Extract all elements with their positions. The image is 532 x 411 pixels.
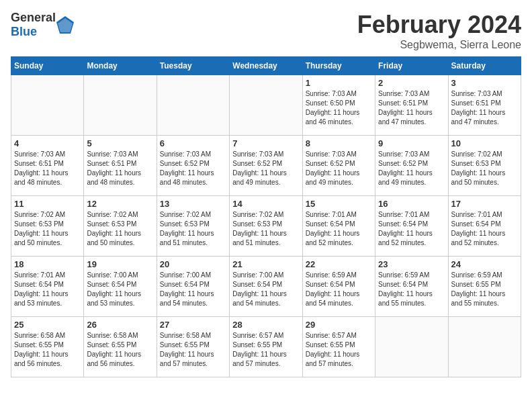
day-info: Sunrise: 7:00 AMSunset: 6:54 PMDaylight:…	[232, 271, 299, 308]
calendar-cell: 23Sunrise: 6:59 AMSunset: 6:54 PMDayligh…	[375, 257, 448, 317]
day-number: 11	[14, 199, 81, 209]
week-row-4: 18Sunrise: 7:01 AMSunset: 6:54 PMDayligh…	[11, 257, 521, 317]
logo-blue-text: Blue	[11, 25, 37, 39]
calendar-cell: 7Sunrise: 7:03 AMSunset: 6:52 PMDaylight…	[230, 136, 302, 196]
day-number: 15	[306, 199, 372, 209]
day-number: 1	[306, 78, 372, 88]
calendar-cell: 19Sunrise: 7:00 AMSunset: 6:54 PMDayligh…	[84, 257, 157, 317]
day-info: Sunrise: 6:58 AMSunset: 6:55 PMDaylight:…	[87, 331, 153, 369]
header-row: SundayMondayTuesdayWednesdayThursdayFrid…	[11, 57, 521, 75]
calendar-cell: 16Sunrise: 7:01 AMSunset: 6:54 PMDayligh…	[375, 196, 448, 257]
calendar-cell: 15Sunrise: 7:01 AMSunset: 6:54 PMDayligh…	[302, 196, 375, 257]
day-number: 6	[160, 138, 226, 148]
day-header-tuesday: Tuesday	[157, 57, 229, 75]
day-number: 24	[451, 259, 518, 269]
day-header-thursday: Thursday	[302, 57, 375, 75]
day-number: 25	[14, 320, 81, 330]
day-info: Sunrise: 7:02 AMSunset: 6:53 PMDaylight:…	[232, 210, 299, 248]
calendar-cell: 18Sunrise: 7:01 AMSunset: 6:54 PMDayligh…	[11, 257, 84, 317]
calendar-cell: 14Sunrise: 7:02 AMSunset: 6:53 PMDayligh…	[230, 196, 302, 257]
calendar-cell	[230, 75, 302, 136]
calendar-cell: 29Sunrise: 6:57 AMSunset: 6:55 PMDayligh…	[302, 317, 375, 377]
location-title: Segbwema, Sierra Leone	[357, 39, 521, 51]
calendar-cell: 8Sunrise: 7:03 AMSunset: 6:52 PMDaylight…	[302, 136, 375, 196]
day-number: 16	[378, 199, 445, 209]
calendar-cell: 10Sunrise: 7:02 AMSunset: 6:53 PMDayligh…	[448, 136, 521, 196]
day-number: 19	[87, 259, 153, 269]
day-info: Sunrise: 6:58 AMSunset: 6:55 PMDaylight:…	[14, 331, 81, 369]
day-number: 17	[451, 199, 518, 209]
calendar-cell: 3Sunrise: 7:03 AMSunset: 6:51 PMDaylight…	[448, 75, 521, 136]
day-number: 26	[87, 320, 153, 330]
day-number: 9	[378, 138, 445, 148]
day-number: 12	[87, 199, 153, 209]
day-number: 14	[232, 199, 299, 209]
day-number: 8	[306, 138, 372, 148]
calendar-cell	[11, 75, 84, 136]
day-info: Sunrise: 7:03 AMSunset: 6:52 PMDaylight:…	[306, 150, 372, 187]
calendar-cell: 17Sunrise: 7:01 AMSunset: 6:54 PMDayligh…	[448, 196, 521, 257]
calendar-cell: 20Sunrise: 7:00 AMSunset: 6:54 PMDayligh…	[157, 257, 229, 317]
day-number: 4	[14, 138, 81, 148]
calendar-cell: 27Sunrise: 6:58 AMSunset: 6:55 PMDayligh…	[157, 317, 229, 377]
day-number: 10	[451, 138, 518, 148]
calendar-cell: 21Sunrise: 7:00 AMSunset: 6:54 PMDayligh…	[230, 257, 302, 317]
day-info: Sunrise: 7:03 AMSunset: 6:52 PMDaylight:…	[378, 150, 445, 187]
day-number: 23	[378, 259, 445, 269]
week-row-2: 4Sunrise: 7:03 AMSunset: 6:51 PMDaylight…	[11, 136, 521, 196]
calendar-cell	[84, 75, 157, 136]
day-number: 18	[14, 259, 81, 269]
day-info: Sunrise: 7:02 AMSunset: 6:53 PMDaylight:…	[451, 150, 518, 187]
day-number: 29	[306, 320, 372, 330]
day-info: Sunrise: 7:03 AMSunset: 6:52 PMDaylight:…	[232, 150, 299, 187]
day-info: Sunrise: 6:57 AMSunset: 6:55 PMDaylight:…	[232, 331, 299, 369]
day-header-saturday: Saturday	[448, 57, 521, 75]
day-number: 27	[160, 320, 226, 330]
calendar-cell: 9Sunrise: 7:03 AMSunset: 6:52 PMDaylight…	[375, 136, 448, 196]
day-info: Sunrise: 7:03 AMSunset: 6:51 PMDaylight:…	[378, 89, 445, 127]
week-row-3: 11Sunrise: 7:02 AMSunset: 6:53 PMDayligh…	[11, 196, 521, 257]
day-number: 28	[232, 320, 299, 330]
day-info: Sunrise: 6:59 AMSunset: 6:54 PMDaylight:…	[306, 271, 372, 308]
calendar-cell: 5Sunrise: 7:03 AMSunset: 6:51 PMDaylight…	[84, 136, 157, 196]
calendar-cell	[157, 75, 229, 136]
calendar-cell	[375, 317, 448, 377]
week-row-5: 25Sunrise: 6:58 AMSunset: 6:55 PMDayligh…	[11, 317, 521, 377]
calendar-cell: 4Sunrise: 7:03 AMSunset: 6:51 PMDaylight…	[11, 136, 84, 196]
day-number: 2	[378, 78, 445, 88]
calendar-cell: 12Sunrise: 7:02 AMSunset: 6:53 PMDayligh…	[84, 196, 157, 257]
calendar-cell: 11Sunrise: 7:02 AMSunset: 6:53 PMDayligh…	[11, 196, 84, 257]
day-info: Sunrise: 7:02 AMSunset: 6:53 PMDaylight:…	[87, 210, 153, 248]
day-header-sunday: Sunday	[11, 57, 84, 75]
day-info: Sunrise: 7:01 AMSunset: 6:54 PMDaylight:…	[451, 210, 518, 248]
day-info: Sunrise: 6:59 AMSunset: 6:54 PMDaylight:…	[378, 271, 445, 308]
calendar-cell: 24Sunrise: 6:59 AMSunset: 6:55 PMDayligh…	[448, 257, 521, 317]
day-number: 5	[87, 138, 153, 148]
day-header-friday: Friday	[375, 57, 448, 75]
header: General Blue February 2024 Segbwema, Sie…	[11, 11, 521, 51]
calendar-cell: 25Sunrise: 6:58 AMSunset: 6:55 PMDayligh…	[11, 317, 84, 377]
day-info: Sunrise: 6:57 AMSunset: 6:55 PMDaylight:…	[306, 331, 372, 369]
month-title: February 2024	[357, 11, 521, 39]
title-area: February 2024 Segbwema, Sierra Leone	[357, 11, 521, 51]
calendar-cell: 26Sunrise: 6:58 AMSunset: 6:55 PMDayligh…	[84, 317, 157, 377]
day-info: Sunrise: 6:59 AMSunset: 6:55 PMDaylight:…	[451, 271, 518, 308]
day-number: 20	[160, 259, 226, 269]
calendar-cell: 1Sunrise: 7:03 AMSunset: 6:50 PMDaylight…	[302, 75, 375, 136]
day-number: 7	[232, 138, 299, 148]
day-info: Sunrise: 6:58 AMSunset: 6:55 PMDaylight:…	[160, 331, 226, 369]
calendar-cell: 13Sunrise: 7:02 AMSunset: 6:53 PMDayligh…	[157, 196, 229, 257]
day-number: 3	[451, 78, 518, 88]
day-info: Sunrise: 7:01 AMSunset: 6:54 PMDaylight:…	[378, 210, 445, 248]
logo: General Blue	[11, 11, 75, 39]
day-info: Sunrise: 7:02 AMSunset: 6:53 PMDaylight:…	[160, 210, 226, 248]
day-header-wednesday: Wednesday	[230, 57, 302, 75]
calendar-cell	[448, 317, 521, 377]
day-number: 13	[160, 199, 226, 209]
day-info: Sunrise: 7:03 AMSunset: 6:50 PMDaylight:…	[306, 89, 372, 127]
day-info: Sunrise: 7:01 AMSunset: 6:54 PMDaylight:…	[306, 210, 372, 248]
calendar-cell: 28Sunrise: 6:57 AMSunset: 6:55 PMDayligh…	[230, 317, 302, 377]
calendar-table: SundayMondayTuesdayWednesdayThursdayFrid…	[11, 56, 521, 377]
day-info: Sunrise: 7:03 AMSunset: 6:51 PMDaylight:…	[87, 150, 153, 187]
day-info: Sunrise: 7:03 AMSunset: 6:51 PMDaylight:…	[451, 89, 518, 127]
